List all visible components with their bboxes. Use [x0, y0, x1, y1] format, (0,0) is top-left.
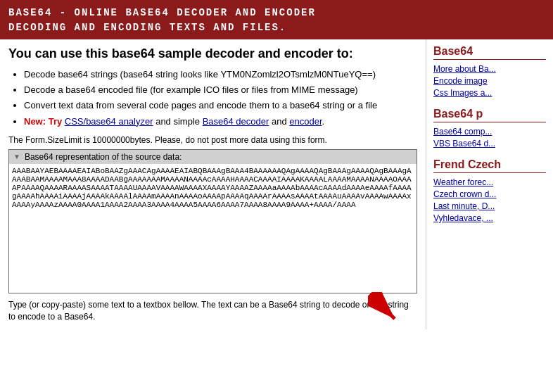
sidebar-link-last-minute[interactable]: Last minute, D... — [433, 201, 546, 211]
sidebar-section-frend: Frend Czech Weather forec... Czech crown… — [433, 158, 546, 223]
sidebar-section-base64p: Base64 p Base64 comp... VBS Base64 d... — [433, 108, 546, 148]
sidebar-link-vbs-base64[interactable]: VBS Base64 d... — [433, 139, 546, 148]
red-arrow-icon — [368, 292, 403, 327]
css-analyzer-link[interactable]: CSS/base64 analyzer — [65, 116, 153, 127]
arrow-container — [368, 292, 403, 329]
list-item: Decode a base64 encoded file (for exampl… — [24, 84, 417, 96]
bottom-text: Type (or copy-paste) some text to a text… — [8, 299, 417, 323]
bottom-section: Type (or copy-paste) some text to a text… — [8, 299, 417, 323]
header-line1: Base64 - Online Base64 decoder and encod… — [8, 6, 545, 20]
period: . — [322, 116, 325, 127]
sidebar-link-base64-comp[interactable]: Base64 comp... — [433, 127, 546, 137]
right-sidebar: Base64 More about Ba... Encode image Css… — [426, 39, 553, 329]
collapse-arrow[interactable]: ▼ — [13, 153, 20, 160]
sidebar-link-more-about[interactable]: More about Ba... — [433, 64, 546, 74]
sidebar-section-title-2: Base64 p — [433, 108, 546, 122]
output-box-header: ▼ Base64 representation of the source da… — [9, 150, 417, 164]
sidebar-section-title-3: Frend Czech — [433, 158, 546, 173]
left-content: You can use this base64 sample decoder a… — [0, 39, 426, 329]
sidebar-link-vyhledavace[interactable]: Vyhledavace, ... — [433, 213, 546, 223]
output-textarea[interactable]: AAABAAYAEBAAAAEAIABoBAAZgAAACAgAAAAEAIAB… — [9, 164, 417, 291]
sidebar-section-base64: Base64 More about Ba... Encode image Css… — [433, 45, 546, 98]
new-label: New: Try — [24, 116, 65, 127]
output-box: ▼ Base64 representation of the source da… — [8, 149, 417, 293]
list-item: Convert text data from several code page… — [24, 99, 417, 112]
sidebar-section-title-1: Base64 — [433, 45, 546, 60]
feature-list: Decode base64 strings (base64 string loo… — [8, 68, 417, 128]
main-layout: You can use this base64 sample decoder a… — [0, 39, 553, 329]
list-item-new: New: Try CSS/base64 analyzer and simple … — [24, 115, 417, 128]
header-line2: decoding and encoding texts and files. — [8, 20, 545, 35]
sidebar-link-encode-image[interactable]: Encode image — [433, 76, 546, 86]
site-header: Base64 - Online Base64 decoder and encod… — [0, 0, 553, 39]
output-box-label: Base64 representation of the source data… — [25, 152, 182, 162]
page-title: You can use this base64 sample decoder a… — [8, 46, 417, 61]
form-limit-text: The Form.SizeLimit is 10000000bytes. Ple… — [8, 135, 417, 145]
and-text: and — [269, 116, 289, 127]
base64-decoder-link[interactable]: Base64 decoder — [203, 116, 269, 127]
and-simple-text: and simple — [153, 116, 203, 127]
encoder-link[interactable]: encoder — [289, 116, 322, 127]
sidebar-link-weather[interactable]: Weather forec... — [433, 177, 546, 187]
svg-line-1 — [371, 296, 395, 319]
list-item: Decode base64 strings (base64 string loo… — [24, 68, 417, 81]
sidebar-link-css-images[interactable]: Css Images a... — [433, 88, 546, 98]
sidebar-link-czech-crown[interactable]: Czech crown d... — [433, 189, 546, 199]
